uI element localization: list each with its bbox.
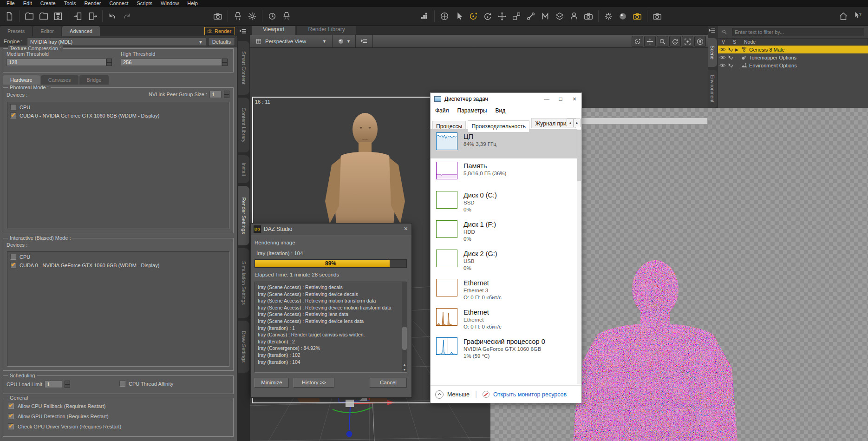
menu-tools[interactable]: Tools — [60, 0, 80, 7]
tab-presets[interactable]: Presets — [0, 26, 32, 36]
cursor-check-icon[interactable] — [727, 63, 734, 68]
tab-performance[interactable]: Производительность — [468, 120, 529, 132]
pane-tab-draw-settings[interactable]: Draw Settings — [238, 321, 249, 373]
pane-tab-render-settings[interactable]: Render Settings — [238, 186, 249, 245]
scroll-down-icon[interactable]: ▼ — [402, 367, 407, 372]
joint-editor-tool-icon[interactable] — [524, 10, 537, 23]
home-icon[interactable] — [837, 10, 850, 23]
high-threshold-spinner[interactable] — [222, 59, 228, 66]
eye-icon[interactable] — [719, 63, 726, 68]
new-file-icon[interactable] — [3, 10, 16, 23]
pane-tab-content-library[interactable]: Content Library — [238, 98, 249, 152]
tab-editor[interactable]: Editor — [33, 26, 61, 36]
render-settings-icon[interactable] — [631, 10, 644, 23]
menu-edit[interactable]: Edit — [20, 0, 36, 7]
minimize-button[interactable]: Minimize — [255, 378, 289, 388]
maximize-icon[interactable]: □ — [554, 93, 568, 105]
dialog-titlebar[interactable]: DS DAZ Studio × — [251, 224, 411, 235]
menu-connect[interactable]: Connect — [106, 0, 132, 7]
close-icon[interactable]: × — [404, 225, 408, 232]
perf-item-memory[interactable]: Память 5,8/16,0 ГБ (36%) — [431, 158, 577, 188]
render-preview-icon[interactable] — [651, 10, 664, 23]
perf-item-disk2[interactable]: Диск 2 (G:) USB 0% — [431, 246, 577, 276]
perf-item-disk1[interactable]: Диск 1 (F:) HDD 0% — [431, 217, 577, 246]
node-selection-tool-icon[interactable] — [452, 10, 465, 23]
orbit-icon[interactable] — [632, 36, 643, 47]
translate-tool-icon[interactable] — [496, 10, 509, 23]
cursor-check-icon[interactable] — [727, 47, 734, 52]
create-distant-light-icon[interactable] — [231, 10, 244, 23]
device-row-cuda[interactable]: CUDA 0 - NVIDIA GeForce GTX 1060 6GB (WD… — [7, 111, 229, 119]
perf-item-gpu[interactable]: Графический процессор 0 NVIDIA GeForce G… — [431, 334, 577, 363]
save-file-icon[interactable] — [52, 10, 65, 23]
expand-arrow-icon[interactable]: ▶ — [735, 47, 739, 52]
pane-menu-icon[interactable] — [239, 27, 248, 37]
device-row-cpu[interactable]: CPU — [7, 252, 229, 260]
menu-create[interactable]: Create — [37, 0, 59, 7]
pointer-settings-icon[interactable] — [602, 10, 615, 23]
cpu-thread-affinity-checkbox[interactable] — [119, 381, 125, 387]
rotate-tool-icon[interactable] — [481, 10, 494, 23]
create-camera-icon[interactable] — [211, 10, 224, 23]
menu-file[interactable]: Файл — [435, 107, 449, 114]
aim-icon[interactable] — [694, 36, 706, 47]
tab-canvases[interactable]: Canvases — [41, 75, 78, 85]
task-manager-titlebar[interactable]: Диспетчер задач — □ × — [431, 93, 581, 105]
tab-hardware[interactable]: Hardware — [3, 75, 40, 85]
scene-node-environment-options[interactable]: Environment Options — [718, 61, 868, 69]
minimize-icon[interactable]: — — [540, 93, 554, 105]
help-cursor-icon[interactable] — [851, 10, 864, 23]
perf-item-cpu[interactable]: ЦП 84% 3,39 ГГц — [431, 129, 577, 158]
column-node[interactable]: Node — [740, 39, 868, 45]
figure-setup-tool-icon[interactable] — [568, 10, 581, 23]
defaults-button[interactable]: Defaults — [208, 38, 235, 46]
weight-map-tool-icon[interactable] — [539, 10, 552, 23]
menu-window[interactable]: Window — [157, 0, 183, 7]
scene-filter-input[interactable] — [732, 28, 864, 36]
scene-node-tonemapper-options[interactable]: Tonemapper Options — [718, 53, 868, 61]
merge-file-icon[interactable] — [37, 10, 50, 23]
camera-tool-icon[interactable] — [582, 10, 595, 23]
medium-threshold-spinner[interactable] — [106, 59, 112, 66]
close-icon[interactable]: × — [568, 93, 581, 105]
menu-view[interactable]: Вид — [495, 107, 505, 114]
rotate-icon[interactable] — [669, 36, 681, 47]
cancel-button[interactable]: Cancel — [370, 378, 407, 388]
high-threshold-input[interactable] — [121, 59, 222, 66]
open-resource-monitor-link[interactable]: Открыть монитор ресурсов — [493, 391, 567, 398]
menu-render[interactable]: Render — [80, 0, 104, 7]
export-file-icon[interactable] — [86, 10, 99, 23]
menu-scripts[interactable]: Scripts — [133, 0, 156, 7]
perf-item-ethernet3[interactable]: Ethernet Ethernet 3 О: 0 П: 0 кбит/с — [431, 276, 577, 305]
scroll-up-icon[interactable]: ▲ — [402, 362, 407, 367]
allow-gpu-detection-checkbox[interactable] — [8, 413, 14, 419]
cuda-checkbox[interactable] — [10, 262, 16, 268]
nvlink-input[interactable] — [209, 91, 222, 98]
tab-advanced[interactable]: Advanced — [62, 26, 100, 36]
shader-settings-icon[interactable] — [616, 10, 629, 23]
cpu-load-limit-spinner[interactable] — [65, 381, 70, 388]
pane-tab-smart-content[interactable]: Smart Content — [238, 41, 249, 95]
perf-item-disk0[interactable]: Диск 0 (C:) SSD 0% — [431, 188, 577, 217]
scale-tool-icon[interactable] — [510, 10, 523, 23]
drawstyle-dropdown[interactable]: ▼ — [333, 35, 356, 47]
history-button[interactable]: History >> — [294, 378, 334, 388]
create-null-icon[interactable] — [266, 10, 279, 23]
menu-file[interactable]: File — [3, 0, 19, 7]
eye-icon[interactable] — [719, 47, 726, 52]
cpu-checkbox[interactable] — [10, 104, 16, 110]
pane-tab-simulation-settings[interactable]: Simulation Settings — [238, 248, 249, 318]
pan-icon[interactable] — [644, 36, 656, 47]
device-row-cuda[interactable]: CUDA 0 - NVIDIA GeForce GTX 1060 6GB (WD… — [7, 260, 229, 269]
allow-cpu-fallback-checkbox[interactable] — [8, 403, 14, 409]
render-button[interactable]: Render — [204, 27, 235, 35]
redo-icon[interactable] — [120, 10, 133, 23]
cpu-load-limit-input[interactable] — [45, 381, 62, 388]
scene-node-genesis-8-male[interactable]: ▶ Genesis 8 Male — [718, 46, 868, 53]
orbit-tool-icon[interactable] — [467, 10, 480, 23]
pane-tab-scene[interactable]: Scene — [708, 38, 717, 67]
engine-dropdown[interactable]: NVIDIA Iray (MDL) ▼ — [27, 38, 206, 46]
pane-tab-environment[interactable]: Environment — [708, 70, 717, 108]
column-selectable[interactable]: S — [729, 39, 740, 45]
eye-icon[interactable] — [719, 55, 726, 60]
